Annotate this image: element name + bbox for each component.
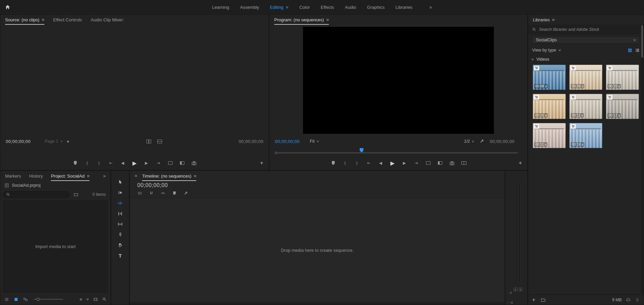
project-search-box[interactable]: [3, 191, 69, 198]
tab-audio-clip-mixer[interactable]: Audio Clip Mixer:: [91, 15, 124, 25]
list-view-button[interactable]: [4, 297, 9, 302]
video-item[interactable]: 00:15 s: [533, 94, 566, 119]
pen-tool[interactable]: [116, 231, 124, 238]
export-frame-button[interactable]: [190, 159, 198, 167]
stock-cart-icon[interactable]: [534, 66, 539, 70]
tab-history[interactable]: History: [29, 171, 43, 181]
stock-cart-icon[interactable]: [607, 95, 612, 100]
export-frame-button[interactable]: [448, 159, 456, 167]
go-to-in-button[interactable]: ⇤: [107, 159, 115, 167]
solo-left-button[interactable]: S: [514, 287, 518, 291]
video-item[interactable]: 00:15 s: [606, 65, 639, 90]
workspace-tab-effects[interactable]: Effects: [321, 5, 334, 10]
program-scrub-area[interactable]: [269, 147, 527, 156]
workspace-menu-icon[interactable]: ≡: [286, 5, 288, 10]
tab-effect-controls[interactable]: Effect Controls: [53, 15, 82, 25]
video-item[interactable]: 00:26 s: [569, 65, 602, 90]
type-tool[interactable]: T: [116, 252, 124, 259]
source-panel-menu-icon[interactable]: ≡: [42, 17, 44, 22]
tab-libraries[interactable]: Libraries ≡: [533, 15, 555, 25]
source-scrub-area[interactable]: [0, 147, 269, 156]
timeline-panel-menu-icon[interactable]: ≡: [194, 174, 197, 179]
add-marker-button[interactable]: [72, 159, 79, 167]
project-empty-area[interactable]: Import media to start: [3, 200, 108, 292]
linked-selection-icon[interactable]: [160, 190, 165, 196]
tab-program[interactable]: Program: (no sequences) ≡: [274, 15, 329, 25]
hand-tool[interactable]: [116, 241, 124, 249]
tab-source[interactable]: Source: (no clips) ≡: [5, 15, 44, 25]
rolling-edit-tool[interactable]: [116, 210, 124, 217]
zoom-slider-knob[interactable]: [37, 298, 40, 301]
project-panel-menu-icon[interactable]: ≡: [87, 174, 89, 179]
libraries-panel-menu-icon[interactable]: ≡: [552, 17, 555, 22]
libraries-scrollbar-thumb[interactable]: [641, 25, 643, 58]
add-marker-icon[interactable]: [172, 190, 177, 196]
workspace-tab-libraries[interactable]: Libraries: [396, 5, 412, 10]
video-item[interactable]: 00:19 s: [569, 123, 602, 148]
add-marker-button[interactable]: [329, 159, 337, 167]
timeline-horizontal-scrollbar[interactable]: [130, 302, 505, 305]
snap-magnet-icon[interactable]: [149, 190, 154, 196]
open-bin-icon[interactable]: [74, 192, 79, 197]
new-library-folder-icon[interactable]: [541, 298, 546, 302]
home-button[interactable]: [5, 4, 11, 10]
libraries-search-input[interactable]: [539, 27, 640, 32]
program-settings-wrench-icon[interactable]: [479, 139, 485, 144]
program-scrub-track[interactable]: [276, 152, 518, 154]
workspace-overflow-button[interactable]: »: [429, 4, 432, 10]
timeline-drop-zone[interactable]: Drop media here to create sequence.: [130, 198, 505, 302]
tab-timeline[interactable]: Timeline: (no sequences) ≡: [142, 171, 196, 181]
tab-project[interactable]: Project: SocialAd ≡: [51, 171, 89, 181]
lift-button[interactable]: [424, 159, 432, 167]
go-to-in-button[interactable]: ⇤: [365, 159, 373, 167]
slip-tool[interactable]: [116, 220, 124, 228]
program-fit-selector[interactable]: Fit ∨: [310, 139, 319, 144]
source-current-timecode[interactable]: 00;00;00;00: [6, 139, 31, 144]
go-to-out-button[interactable]: ⇥: [412, 159, 420, 167]
stock-cart-icon[interactable]: [570, 124, 576, 129]
video-item[interactable]: 00:12 s: [606, 94, 639, 119]
grid-view-button[interactable]: [628, 48, 632, 53]
playback-resolution-selector[interactable]: 1/2 ∨: [464, 139, 474, 144]
workspace-tab-graphics[interactable]: Graphics: [367, 5, 385, 10]
step-back-button[interactable]: ◀: [377, 159, 384, 167]
delete-trash-icon[interactable]: [635, 298, 640, 302]
stock-cart-icon[interactable]: [534, 124, 539, 129]
drag-video-only-icon[interactable]: [146, 139, 152, 144]
insert-button[interactable]: [166, 159, 174, 167]
library-selector[interactable]: SocialClips ∨: [532, 36, 640, 44]
comparison-view-button[interactable]: [460, 159, 467, 167]
stock-cart-icon[interactable]: [570, 66, 576, 70]
program-current-timecode[interactable]: 00;00;00;00: [275, 139, 300, 144]
project-panel-overflow-button[interactable]: »: [103, 173, 106, 179]
drag-audio-only-icon[interactable]: [157, 139, 163, 144]
play-button[interactable]: ▶: [389, 159, 396, 167]
mark-out-button[interactable]: }: [353, 159, 361, 167]
source-page-selector[interactable]: Page 1 ∨: [45, 139, 62, 144]
extract-button[interactable]: [436, 159, 444, 167]
find-button[interactable]: [102, 297, 106, 301]
workspace-tab-learning[interactable]: Learning: [212, 5, 229, 10]
video-item[interactable]: 00:08 s: [533, 65, 566, 90]
video-item[interactable]: 00:11 s: [533, 123, 566, 148]
track-select-forward-tool[interactable]: [116, 189, 124, 196]
play-button[interactable]: ▶: [131, 159, 138, 167]
step-forward-button[interactable]: ▶: [143, 159, 150, 167]
workspace-tab-editing[interactable]: Editing ≡: [270, 5, 288, 10]
step-forward-button[interactable]: ▶: [401, 159, 408, 167]
new-item-button[interactable]: [93, 297, 98, 302]
mark-out-button[interactable]: }: [95, 159, 103, 167]
view-by-label[interactable]: View by type: [532, 48, 556, 53]
ripple-edit-tool[interactable]: [116, 199, 124, 207]
workspace-tab-assembly[interactable]: Assembly: [240, 5, 259, 10]
add-content-button[interactable]: +: [532, 297, 535, 303]
stock-cart-icon[interactable]: [607, 66, 612, 70]
sort-icons-button[interactable]: ≡: [80, 297, 82, 302]
cloud-sync-icon[interactable]: [626, 298, 631, 302]
stock-cart-icon[interactable]: [570, 95, 576, 100]
timeline-close-icon[interactable]: ×: [135, 173, 137, 179]
tab-markers[interactable]: Markers: [5, 171, 21, 181]
selection-tool[interactable]: [116, 178, 124, 186]
video-item[interactable]: 00:11 s: [569, 94, 602, 119]
mark-in-button[interactable]: {: [341, 159, 349, 167]
